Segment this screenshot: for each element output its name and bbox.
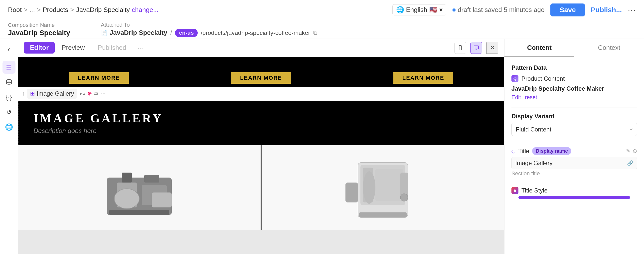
title-row: ◇ Title Display name ✎ ⊙	[512, 147, 637, 155]
image-gallery-section: IMAGE GALLERY Description goes here	[18, 101, 504, 145]
link-icon[interactable]: 🔗	[627, 160, 633, 166]
component-arrows: ▾ ▴	[80, 91, 85, 97]
breadcrumb-dots: ...	[30, 6, 35, 14]
product-image-grid	[18, 145, 504, 230]
lang-flag: 🇺🇸	[429, 6, 437, 14]
sidebar-item-menu[interactable]: ☰	[2, 61, 16, 74]
bottom-hint-bar	[518, 196, 630, 199]
hero-item-1: LEARN MORE	[18, 57, 180, 87]
desktop-view-button[interactable]	[470, 42, 482, 54]
editor-toolbar-more-button[interactable]: ···	[137, 44, 143, 52]
divider-1	[512, 108, 637, 108]
main-area: ‹ ☰ {·} ↺ 🌐 Editor Preview Published ···	[0, 39, 644, 254]
tab-preview[interactable]: Preview	[56, 42, 90, 54]
tab-editor[interactable]: Editor	[24, 42, 55, 54]
copy-path-icon[interactable]: ⧉	[313, 30, 317, 36]
svg-rect-1	[459, 45, 461, 50]
component-collapse-button[interactable]: ▴	[83, 91, 85, 97]
product-name: JavaDrip Specialty Coffee Maker	[512, 85, 637, 92]
svg-rect-13	[144, 175, 159, 183]
section-title-label: Section title	[512, 170, 637, 177]
last-saved-text: last saved 5 minutes ago	[473, 6, 545, 14]
draft-status: draft last saved 5 minutes ago	[452, 6, 545, 14]
sidebar-item-database[interactable]	[2, 76, 16, 89]
tab-context[interactable]: Context	[574, 39, 644, 57]
image-gallery-input-value: Image Gallery	[515, 160, 625, 167]
language-label: English	[406, 6, 427, 14]
svg-rect-6	[33, 92, 34, 93]
image-gallery-input-row: Image Gallery 🔗	[512, 157, 637, 169]
attached-document[interactable]: 📄 JavaDrip Specialty	[101, 29, 167, 37]
display-variant-select[interactable]: Fluid Content Fixed Content Full Width	[512, 123, 637, 136]
editor-tab-group: Editor Preview Published	[24, 42, 132, 54]
svg-rect-16	[109, 210, 169, 215]
left-sidebar: ‹ ☰ {·} ↺ 🌐	[0, 39, 18, 254]
svg-rect-5	[31, 92, 32, 93]
close-editor-button[interactable]: ✕	[486, 42, 498, 54]
breadcrumb-sep2: >	[37, 6, 41, 14]
breadcrumb-products[interactable]: Products	[43, 6, 68, 14]
hero-item-3: LEARN MORE	[342, 57, 504, 87]
title-label: Title	[518, 148, 529, 155]
svg-point-0	[6, 79, 12, 81]
sidebar-back-button[interactable]: ‹	[2, 43, 16, 56]
breadcrumb: Root > ... > Products > JavaDrip Special…	[8, 6, 158, 14]
url-path: /products/javadrip-specialty-coffee-make…	[201, 29, 310, 36]
hero-learn-more-3[interactable]: LEARN MORE	[394, 72, 453, 84]
pattern-data-label: Product Content	[522, 75, 564, 82]
pattern-data-row: Q Product Content	[512, 75, 637, 82]
title-style-row: Title Style	[512, 187, 637, 194]
svg-rect-8	[33, 94, 34, 95]
top-bar-more-button[interactable]: ···	[628, 5, 636, 14]
hero-learn-more-1[interactable]: LEARN MORE	[69, 72, 129, 84]
sidebar-item-history[interactable]: ↺	[2, 106, 16, 119]
composition-name-input[interactable]: JavaDrip Specialty	[8, 29, 93, 37]
component-up-button[interactable]: ↑	[22, 90, 25, 97]
breadcrumb-root: Root	[8, 6, 22, 14]
save-button[interactable]: Save	[550, 3, 584, 16]
component-target-button[interactable]: ⊕	[87, 90, 92, 97]
coffee-maker-right-svg	[320, 153, 445, 222]
hero-banner-section: LEARN MORE LEARN MORE LEARN MORE	[18, 57, 504, 87]
svg-rect-23	[359, 212, 406, 217]
right-panel-tabs: Content Context	[504, 39, 644, 57]
sidebar-item-globe[interactable]: 🌐	[2, 121, 16, 133]
attached-to-group: Attached To 📄 JavaDrip Specialty / en-us…	[101, 22, 317, 37]
breadcrumb-sep3: >	[70, 6, 74, 14]
canvas-area: LEARN MORE LEARN MORE LEARN MORE ↑	[18, 57, 504, 254]
editor-toolbar: Editor Preview Published ··· ✕	[18, 39, 504, 57]
tab-published[interactable]: Published	[92, 42, 132, 54]
component-duplicate-button[interactable]: ⧉	[94, 90, 98, 97]
mobile-view-button[interactable]	[454, 42, 466, 54]
doc-name: JavaDrip Specialty	[110, 29, 167, 37]
coffee-maker-left-svg	[87, 153, 192, 222]
composition-name-label: Composition Name	[8, 22, 93, 28]
pattern-data-icon-label: Q	[514, 76, 516, 81]
tab-content[interactable]: Content	[504, 39, 574, 57]
sidebar-item-code[interactable]: {·}	[2, 91, 16, 104]
component-name-label: Image Gallery	[37, 90, 74, 97]
right-panel-body: Pattern Data Q Product Content JavaDrip …	[504, 57, 644, 254]
image-gallery-description: Description goes here	[34, 127, 489, 135]
composition-name-group: Composition Name JavaDrip Specialty	[8, 22, 93, 37]
title-style-label: Title Style	[522, 187, 548, 194]
breadcrumb-area: Root > ... > Products > JavaDrip Special…	[8, 6, 158, 14]
breadcrumb-change-link[interactable]: change...	[132, 6, 158, 14]
hero-learn-more-2[interactable]: LEARN MORE	[231, 72, 291, 84]
component-more-button[interactable]: ···	[101, 90, 105, 97]
edit-pen-icon[interactable]: ✎	[626, 148, 630, 154]
component-expand-button[interactable]: ▾	[80, 91, 82, 97]
display-variant-heading: Display Variant	[512, 113, 637, 120]
settings-circle-icon[interactable]: ⊙	[632, 148, 637, 154]
component-toolbar: ↑ Image Gallery ▾ ▴ ⊕ ⧉ ···	[18, 87, 504, 101]
breadcrumb-current: JavaDrip Specialty	[76, 6, 130, 14]
reset-link[interactable]: reset	[525, 94, 537, 101]
publish-button[interactable]: Publish...	[591, 6, 622, 14]
doc-icon: 📄	[101, 30, 108, 36]
language-selector[interactable]: 🌐 English 🇺🇸 ▾	[392, 4, 446, 15]
canvas-content: LEARN MORE LEARN MORE LEARN MORE ↑	[18, 57, 504, 230]
lang-badge[interactable]: en-us	[175, 29, 198, 37]
edit-link[interactable]: Edit	[512, 94, 521, 101]
right-panel: Content Context Pattern Data Q Product C…	[504, 39, 644, 254]
svg-rect-21	[346, 183, 358, 202]
